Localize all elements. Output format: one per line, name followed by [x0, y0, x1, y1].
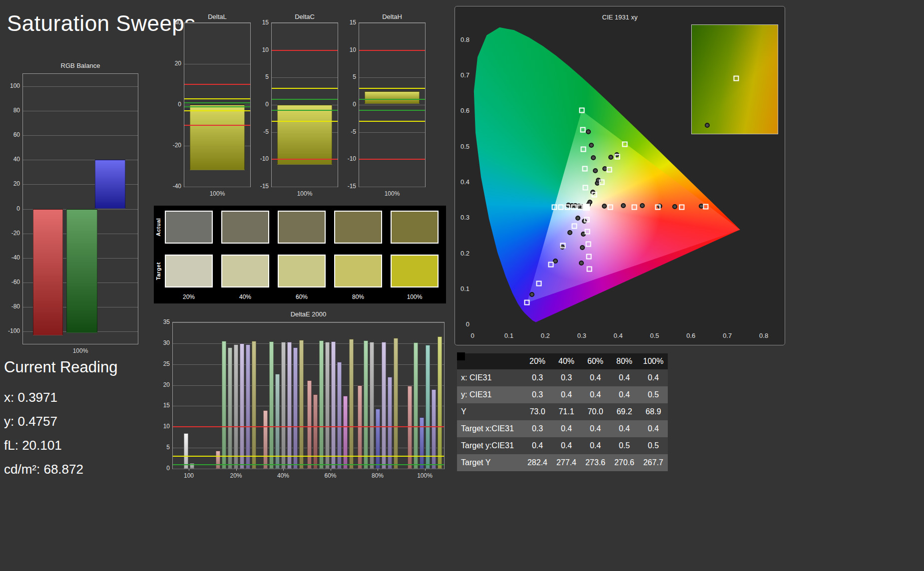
delta-e-bar	[216, 451, 220, 469]
table-cell: 0.5	[610, 437, 639, 454]
table-cell: 0.5	[639, 437, 668, 454]
bar-deltaC	[277, 105, 333, 165]
current-reading-heading: Current Reading	[4, 358, 164, 376]
delta-e-bar	[234, 344, 238, 469]
table-cell: 73.0	[523, 403, 552, 420]
white-point	[583, 204, 590, 211]
table-cell: 0.4	[523, 437, 552, 454]
axis-tick-label: 15	[252, 19, 269, 26]
ref-line	[272, 88, 338, 89]
axis-tick-label: 20	[164, 60, 181, 67]
bar-deltaH	[365, 91, 420, 104]
rgb-balance-title: RGB Balance	[22, 62, 138, 69]
delta-e-bar	[313, 394, 318, 469]
measured-point	[567, 230, 572, 235]
delta-e-bar	[222, 341, 226, 469]
delta-e-bar	[287, 342, 292, 469]
table-cell: 0.4	[581, 420, 610, 437]
delta-e-bar	[432, 389, 436, 469]
delta-e-bar	[337, 362, 342, 469]
target-point	[587, 267, 592, 272]
current-reading-fl: fL: 20.101	[4, 433, 164, 457]
axis-tick-label: 0	[339, 101, 356, 108]
table-corner	[457, 352, 465, 360]
axis-tick	[425, 469, 426, 471]
table-cell: 0.4	[581, 386, 610, 403]
measured-point	[672, 204, 677, 209]
target-point	[581, 147, 586, 152]
table-cell: 0.3	[523, 369, 552, 386]
target-point	[585, 229, 590, 235]
table-cell: 70.0	[581, 403, 610, 420]
target-point	[548, 262, 553, 268]
axis-tick-label: 0.3	[455, 214, 469, 221]
measured-point	[593, 168, 598, 173]
table-header-cell: 60%	[581, 353, 610, 369]
axis-tick-label: -20	[3, 230, 20, 237]
cie-panel: CIE 1931 xy 00.10.20.30.40.50.60.70.800.…	[455, 6, 785, 345]
table-cell: 267.7	[639, 454, 668, 471]
results-table-grid: 20%40%60%80%100%x: CIE310.30.30.40.40.4y…	[457, 353, 668, 471]
axis-tick-label: 30	[153, 339, 170, 346]
table-row-label: Y	[457, 403, 523, 420]
measured-point	[586, 129, 591, 134]
target-point	[579, 108, 584, 113]
table-cell: 282.4	[523, 454, 552, 471]
table-cell: 0.4	[610, 369, 639, 386]
delta-e-bar	[370, 342, 374, 469]
axis-tick-label: 5	[339, 73, 356, 80]
table-row-label: Target Y	[457, 454, 523, 471]
delta-e-bar	[394, 338, 398, 469]
target-point	[584, 217, 589, 222]
axis-tick-label: 0.5	[455, 142, 469, 150]
target-point	[599, 179, 604, 185]
bar-deltaL	[190, 105, 245, 170]
current-reading-x: x: 0.3971	[4, 385, 164, 409]
measured-point	[575, 216, 580, 221]
table-cell: 0.4	[610, 386, 639, 403]
table-row-label: y: CIE31	[457, 386, 523, 403]
delta-e-bar	[240, 343, 244, 469]
gridline	[272, 187, 338, 187]
axis-tick	[378, 469, 378, 471]
delta-h-plot: -15-10-5051015	[359, 22, 426, 187]
ref-line	[359, 50, 425, 51]
axis-tick-label: 60	[3, 131, 20, 138]
axis-tick-label: -60	[3, 279, 20, 286]
target-swatch	[391, 255, 439, 287]
table-header-cell: 80%	[610, 353, 639, 369]
ref-line	[359, 121, 425, 122]
axis-tick-label: -10	[339, 155, 356, 162]
target-point	[615, 154, 620, 160]
axis-tick-label: 0	[3, 205, 20, 212]
axis-tick-label: 0.1	[455, 285, 469, 292]
table-cell: 270.6	[610, 454, 639, 471]
target-point	[580, 127, 585, 132]
measured-point	[579, 261, 584, 266]
actual-swatch	[334, 211, 382, 244]
group-label: 100	[174, 472, 204, 479]
ref-line	[272, 159, 338, 160]
table-cell: 71.1	[552, 403, 581, 420]
gridline	[173, 343, 444, 344]
axis-tick-label: 0.6	[455, 107, 469, 114]
gridline	[23, 86, 138, 87]
table-cell: 0.4	[610, 420, 639, 437]
delta-c-title: DeltaC	[271, 13, 338, 20]
measured-point	[580, 245, 585, 250]
axis-tick-label: 40	[164, 19, 181, 26]
delta-l-title: DeltaL	[184, 13, 251, 20]
target-point	[577, 204, 583, 210]
measured-point	[621, 203, 626, 208]
delta-e-title: DeltaE 2000	[172, 310, 445, 318]
axis-tick-label: 0.7	[455, 71, 469, 79]
delta-l-plot: -40-2002040	[184, 22, 251, 187]
table-cell: 0.4	[552, 386, 581, 403]
gridline	[359, 23, 425, 23]
ref-line	[173, 456, 444, 457]
ref-line	[184, 102, 250, 103]
gridline	[23, 135, 138, 136]
axis-tick	[236, 469, 237, 471]
ref-line	[184, 110, 250, 111]
current-reading: Current Reading x: 0.3971 y: 0.4757 fL: …	[4, 358, 164, 481]
